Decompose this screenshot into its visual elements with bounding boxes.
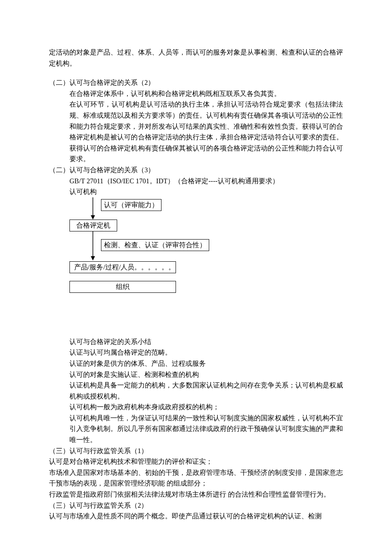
paragraph: 在合格评定体系中，认可机构和合格评定机构既相互联系又各负其责。 [49, 88, 343, 99]
paragraph-standard-ref: GB/T 27011（ISO/IEC 1701。IDT）（合格评定----认可机… [49, 176, 343, 187]
flow-diagram: 认可（评审能力） 合格评定机 检测、检查、认证（评审符合性） 产品/服务/过程/… [69, 197, 184, 311]
arrow-down-1-icon [90, 197, 96, 220]
diagram-top-label: 认可机构 [49, 186, 343, 197]
box-organization: 组织 [69, 281, 176, 293]
summary-item: 认可机构具唯一性，为保证认可结果的一致性和认可制度实施的国家权威性，认可机构不宜… [49, 413, 343, 445]
heading-section-2-3: （二）认可与合格评定的关系（3） [49, 165, 343, 176]
box-product-service: 产品/服务/过程/人员。。。。。。 [69, 261, 176, 273]
summary-item: 认证的对象是供方的体系、产品、过程或服务 [49, 358, 343, 369]
heading-section-2-2: （二）认可与合格评定的关系（2） [49, 77, 343, 88]
paragraph: 在认可环节，认可机构是认可活动的执行主体，承担认可活动符合规定要求（包括法律法规… [49, 99, 343, 165]
paragraph-continuation: 定活动的对象是产品、过程、体系、人员等，而认可的服务对象是从事检测、检查和认证的… [49, 47, 343, 69]
box-conformity-body: 合格评定机 [69, 220, 117, 231]
paragraph: 行政监管是指政府部门依据相关法律法规对市场主体所进行 的合法性和合理性监督管理行… [49, 489, 343, 500]
box-test-inspect-certify: 检测、检查、认证（评审符合性） [101, 239, 209, 251]
summary-heading: 认可与合格评定的关系小结 [49, 336, 343, 347]
summary-item: 认证机构是具备一定能力的机构，大多数国家认证机构之间存在竞争关系；认可机构是权威… [49, 380, 343, 402]
heading-section-3-2: （三）认可与行政监管关系（2） [49, 500, 343, 511]
paragraph: 认可是对合格评定机构技术和管理能力的评价和证实； [49, 456, 343, 467]
heading-section-3-1: （三）认可与行政监管关系（1） [49, 445, 343, 457]
box-accreditation: 认可（评审能力） [101, 199, 161, 211]
arrow-down-2-icon [90, 231, 96, 260]
summary-item: 认可的对象是实施认证、检测和检查的机构 [49, 369, 343, 380]
svg-marker-3 [91, 256, 95, 260]
paragraph: 认可与市场准入是性质不同的两个概念。即使产品通过获认可的合格评定机构的认证、检测 [49, 511, 343, 522]
svg-marker-1 [91, 215, 95, 220]
paragraph: 市场准入是国家对市场基本的、初始的干预，是政府管理市场、干预经济的制度安排，是国… [49, 467, 343, 489]
summary-item: 认可机构一般为政府机构本身或政府授权的机构； [49, 402, 343, 413]
summary-item: 认证与认可均属合格评定的范畴。 [49, 347, 343, 358]
